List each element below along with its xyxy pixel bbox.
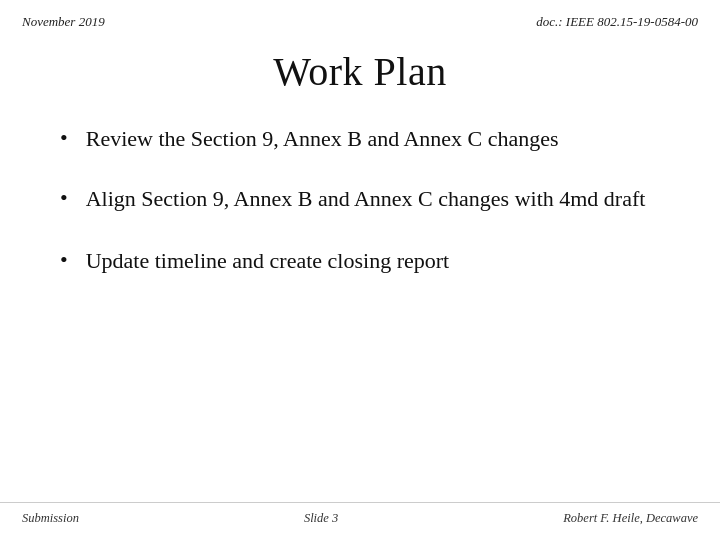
list-item: • Update timeline and create closing rep… xyxy=(60,245,660,277)
header-date: November 2019 xyxy=(22,14,105,30)
slide-title: Work Plan xyxy=(0,48,720,95)
footer-slide-number: Slide 3 xyxy=(304,511,338,526)
header-doc: doc.: IEEE 802.15-19-0584-00 xyxy=(536,14,698,30)
bullet-group-texts: Align Section 9, Annex B and Annex C cha… xyxy=(86,183,646,217)
bullet-text-2: Align Section 9, Annex B and Annex C cha… xyxy=(86,183,646,215)
bullet-dot-1: • xyxy=(60,125,68,151)
bullet-text-1: Review the Section 9, Annex B and Annex … xyxy=(86,123,559,155)
bullet-text-3: Update timeline and create closing repor… xyxy=(86,245,449,277)
title-area: Work Plan xyxy=(0,48,720,95)
footer-submission: Submission xyxy=(22,511,79,526)
bullet-dot-2: • xyxy=(60,185,68,211)
slide: November 2019 doc.: IEEE 802.15-19-0584-… xyxy=(0,0,720,540)
bullet-dot-3: • xyxy=(60,247,68,273)
slide-content: • Review the Section 9, Annex B and Anne… xyxy=(0,123,720,277)
footer-author: Robert F. Heile, Decawave xyxy=(563,511,698,526)
slide-header: November 2019 doc.: IEEE 802.15-19-0584-… xyxy=(0,0,720,30)
slide-footer: Submission Slide 3 Robert F. Heile, Deca… xyxy=(0,502,720,526)
list-item: • Review the Section 9, Annex B and Anne… xyxy=(60,123,660,155)
list-item: • Align Section 9, Annex B and Annex C c… xyxy=(60,183,660,217)
